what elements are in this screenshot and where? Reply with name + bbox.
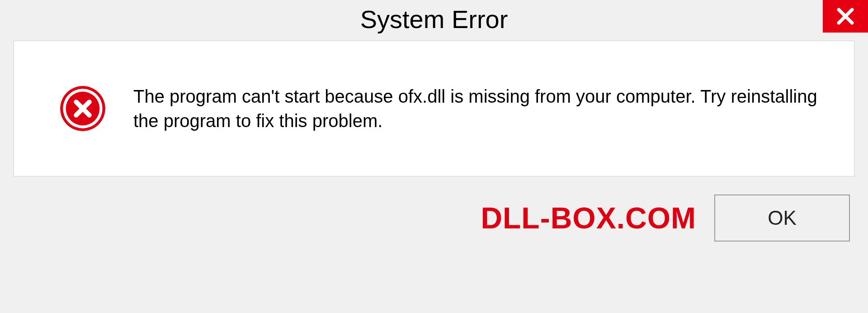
window-title: System Error bbox=[360, 5, 508, 34]
watermark-text: DLL-BOX.COM bbox=[481, 201, 696, 235]
footer: DLL-BOX.COM OK bbox=[0, 176, 868, 242]
content-panel: The program can't start because ofx.dll … bbox=[14, 41, 854, 176]
ok-button[interactable]: OK bbox=[714, 194, 850, 242]
titlebar: System Error bbox=[0, 0, 868, 41]
error-message: The program can't start because ofx.dll … bbox=[133, 84, 818, 133]
close-icon bbox=[835, 6, 855, 26]
error-icon bbox=[59, 85, 106, 132]
close-button[interactable] bbox=[823, 0, 868, 33]
